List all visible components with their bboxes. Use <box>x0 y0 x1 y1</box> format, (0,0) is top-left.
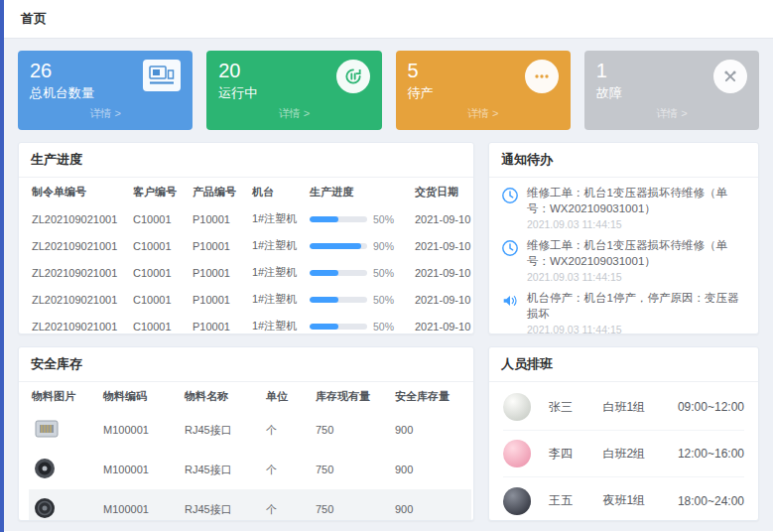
material-image <box>32 470 58 482</box>
detail-link[interactable]: 详情 > <box>596 106 747 121</box>
person-name: 李四 <box>549 446 602 463</box>
avatar <box>503 393 531 421</box>
panel-title: 通知待办 <box>489 143 758 178</box>
shift-label: 白班2组 <box>602 446 678 463</box>
material-code: M100001 <box>100 489 182 521</box>
stat-label: 运行中 <box>218 84 257 102</box>
customer-no: C10001 <box>130 313 190 334</box>
speaker-icon <box>501 291 519 334</box>
stat-card-running[interactable]: 20 运行中 详情 > <box>206 51 381 130</box>
stat-card-fault[interactable]: 1 故障 详情 > <box>584 51 759 130</box>
column-header: 物料编码 <box>100 382 182 410</box>
progress-bar: 50% <box>310 321 409 332</box>
person-name: 张三 <box>549 399 602 416</box>
panel-title: 人员排班 <box>489 347 758 382</box>
dashboard-content: 26 总机台数量 详情 > 20 运行中 详情 > <box>4 39 773 531</box>
panel-title: 生产进度 <box>19 143 473 178</box>
machine-name: 1#注塑机 <box>249 232 307 259</box>
machine-icon <box>143 60 181 91</box>
order-no: ZL202109021001 <box>29 313 130 334</box>
table-row[interactable]: ZL202109021001 C10001 P10001 1#注塑机 50% 2… <box>29 286 474 313</box>
progress-label: 50% <box>373 321 394 332</box>
material-unit: 个 <box>263 410 313 450</box>
column-header: 安全库存量 <box>392 382 471 410</box>
column-header: 库存现有量 <box>313 382 392 410</box>
avatar <box>503 487 531 515</box>
column-header: 物料名称 <box>182 382 263 410</box>
notification-time: 2021.09.03 11:44:15 <box>527 218 746 230</box>
stat-value: 1 <box>596 60 622 81</box>
notification-time: 2021.09.03 11:44:15 <box>527 324 746 334</box>
stat-card-waiting[interactable]: 5 待产 详情 > <box>396 51 571 130</box>
delivery-date: 2021-09-10 <box>412 232 474 259</box>
tools-icon <box>713 60 747 93</box>
customer-no: C10001 <box>130 232 190 259</box>
delivery-date: 2021-09-10 <box>412 286 474 313</box>
table-row[interactable]: M100001 RJ45接口 个 750 900 <box>29 489 471 521</box>
machine-name: 1#注塑机 <box>249 259 307 286</box>
detail-link[interactable]: 详情 > <box>408 106 559 121</box>
material-name: RJ45接口 <box>182 410 263 450</box>
stat-value: 5 <box>408 60 434 81</box>
table-row[interactable]: ZL202109021001 C10001 P10001 1#注塑机 50% 2… <box>29 259 474 286</box>
column-header: 机台 <box>249 178 307 205</box>
table-row[interactable]: M100001 RJ45接口 个 750 900 <box>29 450 471 489</box>
customer-no: C10001 <box>130 259 190 286</box>
delivery-date: 2021-09-10 <box>412 205 474 232</box>
customer-no: C10001 <box>130 205 190 232</box>
column-header: 物料图片 <box>29 382 100 410</box>
progress-label: 50% <box>373 294 394 306</box>
notification-item[interactable]: 维修工单：机台1变压器损坏待维修（单号：WX202109031001） 2021… <box>501 186 746 230</box>
shift-time: 12:00~16:00 <box>678 447 744 461</box>
notification-item[interactable]: 维修工单：机台1变压器损坏待维修（单号：WX202109031001） 2021… <box>501 238 746 283</box>
shift-time: 09:00~12:00 <box>678 400 744 414</box>
machine-name: 1#注塑机 <box>249 286 307 313</box>
table-row[interactable]: ZL202109021001 C10001 P10001 1#注塑机 90% 2… <box>29 232 474 259</box>
tab-home[interactable]: 首页 <box>21 10 47 28</box>
column-header: 制令单编号 <box>29 178 130 205</box>
person-name: 王五 <box>549 492 602 509</box>
stat-card-total-machines[interactable]: 26 总机台数量 详情 > <box>18 51 193 130</box>
column-header: 生产进度 <box>307 178 412 205</box>
table-row[interactable]: ZL202109021001 C10001 P10001 1#注塑机 50% 2… <box>29 313 474 334</box>
delivery-date: 2021-09-10 <box>412 313 474 334</box>
progress-bar: 50% <box>310 267 409 279</box>
table-row[interactable]: M100001 RJ45接口 个 750 900 <box>29 410 471 450</box>
notification-text: 机台停产：机台1停产，停产原因：变压器损坏 <box>527 291 746 322</box>
clock-icon <box>501 186 519 230</box>
order-no: ZL202109021001 <box>29 232 130 259</box>
notification-item[interactable]: 机台停产：机台1停产，停产原因：变压器损坏 2021.09.03 11:44:1… <box>501 291 746 334</box>
column-header: 产品编号 <box>190 178 249 205</box>
panel-safety-inventory: 安全库存 物料图片 物料编码 物料名称 单位 库存现有量 安全库存量 <box>18 346 474 521</box>
sidebar-edge <box>0 0 4 532</box>
panel-title: 安全库存 <box>19 347 473 382</box>
current-stock: 750 <box>313 450 392 489</box>
schedule-row[interactable]: 李四 白班2组 12:00~16:00 <box>503 431 744 477</box>
material-code: M100001 <box>100 410 182 450</box>
detail-link[interactable]: 详情 > <box>30 106 181 121</box>
material-image <box>32 431 62 443</box>
notification-text: 维修工单：机台1变压器损坏待维修（单号：WX202109031001） <box>527 186 746 216</box>
panel-personnel-schedule: 人员排班 张三 白班1组 09:00~12:00 李四 白班2组 12:00~1… <box>488 346 759 521</box>
progress-bar: 50% <box>310 213 409 225</box>
shift-time: 18:00~24:00 <box>678 494 744 508</box>
panel-production-progress: 生产进度 制令单编号 客户编号 产品编号 机台 生产进度 交货日期 <box>18 142 474 334</box>
detail-link[interactable]: 详情 > <box>218 106 369 121</box>
order-no: ZL202109021001 <box>29 286 130 313</box>
notification-text: 维修工单：机台1变压器损坏待维修（单号：WX202109031001） <box>527 238 746 269</box>
table-row[interactable]: ZL202109021001 C10001 P10001 1#注塑机 50% 2… <box>29 205 474 232</box>
stat-label: 待产 <box>408 84 434 102</box>
current-stock: 750 <box>313 489 392 521</box>
ellipsis-icon <box>525 60 559 93</box>
shift-label: 夜班1组 <box>602 492 678 509</box>
stat-value: 26 <box>30 60 94 81</box>
progress-bar: 50% <box>310 294 409 306</box>
progress-bar: 90% <box>310 240 409 252</box>
schedule-row[interactable]: 王五 夜班1组 18:00~24:00 <box>503 477 744 521</box>
product-no: P10001 <box>190 259 249 286</box>
material-image <box>32 510 58 521</box>
stat-label: 总机台数量 <box>30 84 94 102</box>
schedule-row[interactable]: 张三 白班1组 09:00~12:00 <box>503 384 744 431</box>
product-no: P10001 <box>190 313 249 334</box>
safety-stock: 900 <box>392 489 471 521</box>
